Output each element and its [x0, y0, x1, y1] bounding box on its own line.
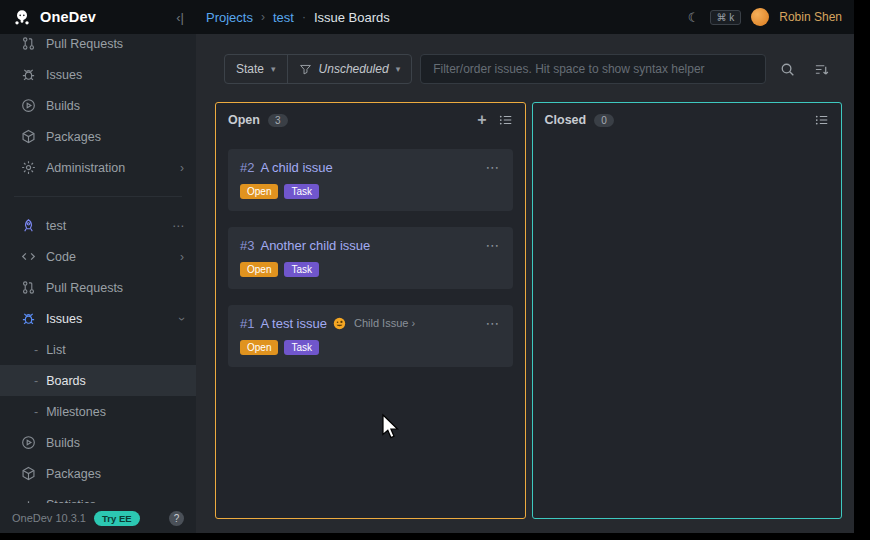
sidebar-item-label: Pull Requests — [46, 281, 123, 295]
type-badge: Task — [284, 262, 319, 277]
sidebar-item-project-builds[interactable]: Builds — [0, 427, 196, 458]
help-icon[interactable]: ? — [169, 511, 184, 526]
shortcut-key-badge[interactable]: ⌘ k — [710, 10, 742, 25]
zany-face-icon — [333, 317, 346, 330]
search-button[interactable] — [774, 56, 800, 82]
chevron-down-icon: › — [175, 317, 189, 321]
caret-down-icon: ▾ — [396, 64, 401, 74]
sidebar-item-administration[interactable]: Administration › — [0, 152, 196, 183]
sidebar-item-project-packages[interactable]: Packages — [0, 458, 196, 489]
avatar[interactable] — [751, 8, 769, 26]
sidebar-divider — [14, 196, 182, 197]
sidebar-item-project-pull-requests[interactable]: Pull Requests — [0, 272, 196, 303]
rocket-icon — [20, 218, 36, 234]
sidebar-item-issues-list[interactable]: - List — [0, 334, 196, 365]
sidebar-item-project-issues[interactable]: Issues › — [0, 303, 196, 334]
sidebar-item-label: Issues — [46, 312, 82, 326]
state-badge: Open — [240, 262, 278, 277]
play-circle-icon — [20, 435, 36, 451]
child-issue-label: Child Issue — [354, 317, 408, 329]
card-more-button[interactable]: ⋯ — [486, 237, 501, 253]
sub-item-bullet: - — [34, 405, 38, 419]
version-label: OneDev 10.3.1 — [12, 512, 86, 524]
issue-title-link[interactable]: A child issue — [260, 160, 332, 175]
card-more-button[interactable]: ⋯ — [486, 159, 501, 175]
board-column-open: Open 3 + #2 A child issue ⋯ — [215, 102, 526, 519]
issue-number: #2 — [240, 160, 254, 175]
topbar-brand-area: OneDev ‹| — [0, 7, 196, 27]
issue-card[interactable]: #1 A test issue Child Issue › ⋯ Open Tas… — [228, 305, 513, 367]
board-filter-group: State ▾ Unscheduled ▾ — [224, 54, 412, 84]
column-actions: + — [477, 112, 512, 128]
sidebar-item-statistics[interactable]: Statistics › — [0, 489, 196, 503]
card-badges: Open Task — [240, 262, 501, 277]
type-badge: Task — [284, 340, 319, 355]
milestone-dropdown-button[interactable]: Unscheduled ▾ — [287, 55, 412, 83]
breadcrumb: Projects › test · Issue Boards — [206, 10, 390, 25]
try-ee-badge[interactable]: Try EE — [94, 511, 140, 526]
issue-number: #1 — [240, 316, 254, 331]
chevron-right-icon: › — [411, 317, 415, 329]
collapse-sidebar-icon[interactable]: ‹| — [176, 10, 184, 25]
dark-mode-icon[interactable]: ☾ — [688, 10, 700, 25]
column-title: Closed — [545, 113, 587, 127]
sidebar-item-label: Code — [46, 250, 76, 264]
card-more-button[interactable]: ⋯ — [486, 315, 501, 331]
sidebar-item-issues-boards[interactable]: - Boards — [0, 365, 196, 396]
sidebar-footer: OneDev 10.3.1 Try EE ? — [0, 503, 196, 533]
column-actions — [815, 113, 829, 127]
breadcrumb-separator: › — [261, 10, 265, 24]
column-count-badge: 3 — [268, 114, 288, 127]
breadcrumb-project-link[interactable]: test — [273, 10, 294, 25]
sidebar-item-packages[interactable]: Packages — [0, 121, 196, 152]
issue-card[interactable]: #3 Another child issue ⋯ Open Task — [228, 227, 513, 289]
issue-title-link[interactable]: A test issue — [260, 316, 326, 331]
more-icon[interactable]: ⋯ — [172, 219, 184, 233]
milestone-dropdown-label: Unscheduled — [319, 62, 389, 76]
gear-icon — [20, 160, 36, 176]
child-issue-link[interactable]: Child Issue › — [354, 317, 415, 329]
issue-filter-input[interactable] — [420, 54, 766, 84]
breadcrumb-projects-link[interactable]: Projects — [206, 10, 253, 25]
package-icon — [20, 466, 36, 482]
issue-board: Open 3 + #2 A child issue ⋯ — [215, 102, 842, 519]
column-menu-button[interactable] — [815, 113, 829, 127]
bug-icon — [20, 311, 36, 327]
card-list-open: #2 A child issue ⋯ Open Task #3 Another … — [216, 137, 525, 379]
play-circle-icon — [20, 98, 36, 114]
code-icon — [20, 249, 36, 265]
state-dropdown-label: State — [236, 62, 264, 76]
bug-icon — [20, 67, 36, 83]
card-title-row: #2 A child issue ⋯ — [240, 159, 501, 175]
add-card-button[interactable]: + — [477, 112, 486, 128]
chevron-right-icon: › — [180, 161, 184, 175]
pull-request-icon — [20, 280, 36, 296]
issue-title-link[interactable]: Another child issue — [260, 238, 370, 253]
board-column-closed: Closed 0 — [532, 102, 843, 519]
onedev-logo-icon[interactable] — [12, 7, 32, 27]
issue-card[interactable]: #2 A child issue ⋯ Open Task — [228, 149, 513, 211]
chevron-right-icon: › — [180, 250, 184, 264]
sidebar: Pull Requests Issues Builds Packages Adm… — [0, 34, 196, 533]
topbar: OneDev ‹| Projects › test · Issue Boards… — [0, 0, 854, 34]
column-header-open: Open 3 + — [216, 103, 525, 137]
sidebar-item-issues[interactable]: Issues — [0, 59, 196, 90]
sidebar-item-label: Builds — [46, 99, 80, 113]
card-badges: Open Task — [240, 340, 501, 355]
order-button[interactable] — [808, 56, 834, 82]
app-window: OneDev ‹| Projects › test · Issue Boards… — [0, 0, 854, 533]
card-title-row: #1 A test issue Child Issue › ⋯ — [240, 315, 501, 331]
card-badges: Open Task — [240, 184, 501, 199]
sort-order-icon — [814, 62, 829, 77]
breadcrumb-separator: · — [302, 10, 306, 24]
sidebar-item-code[interactable]: Code › — [0, 241, 196, 272]
sidebar-item-project-test[interactable]: test ⋯ — [0, 210, 196, 241]
board-toolbar: State ▾ Unscheduled ▾ — [224, 54, 834, 84]
main-content: State ▾ Unscheduled ▾ Open — [196, 34, 854, 533]
user-name[interactable]: Robin Shen — [779, 10, 842, 24]
state-dropdown-button[interactable]: State ▾ — [225, 55, 287, 83]
sidebar-item-label: Packages — [46, 467, 101, 481]
sidebar-item-builds[interactable]: Builds — [0, 90, 196, 121]
sidebar-item-issues-milestones[interactable]: - Milestones — [0, 396, 196, 427]
column-menu-button[interactable] — [499, 113, 513, 127]
